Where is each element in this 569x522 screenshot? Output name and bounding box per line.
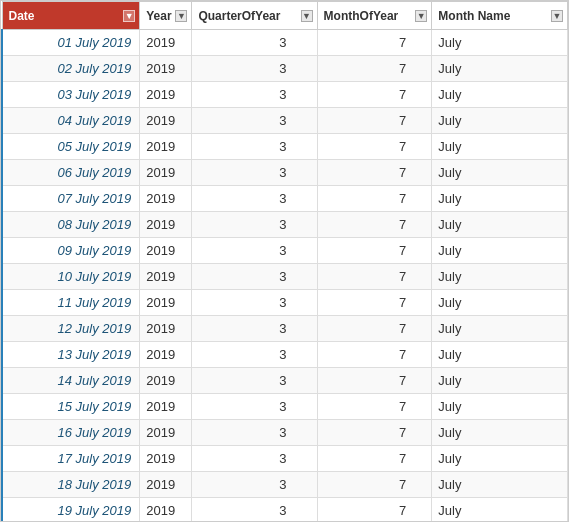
year-cell: 2019 bbox=[140, 498, 192, 523]
table-row: 09 July 2019201937July bbox=[2, 238, 568, 264]
month-name-cell: July bbox=[432, 238, 568, 264]
filter-arrow-monthName[interactable]: ▼ bbox=[551, 10, 563, 22]
date-cell: 08 July 2019 bbox=[2, 212, 140, 238]
month-of-year-cell: 7 bbox=[317, 498, 432, 523]
table-row: 17 July 2019201937July bbox=[2, 446, 568, 472]
filter-arrow-year[interactable]: ▼ bbox=[175, 10, 187, 22]
table-row: 03 July 2019201937July bbox=[2, 82, 568, 108]
month-of-year-cell: 7 bbox=[317, 472, 432, 498]
year-cell: 2019 bbox=[140, 342, 192, 368]
year-cell: 2019 bbox=[140, 108, 192, 134]
date-cell: 02 July 2019 bbox=[2, 56, 140, 82]
year-cell: 2019 bbox=[140, 420, 192, 446]
column-header-monthOfYear: MonthOfYear▼ bbox=[317, 2, 432, 30]
table-row: 15 July 2019201937July bbox=[2, 394, 568, 420]
date-cell: 17 July 2019 bbox=[2, 446, 140, 472]
year-cell: 2019 bbox=[140, 212, 192, 238]
month-of-year-cell: 7 bbox=[317, 108, 432, 134]
month-name-cell: July bbox=[432, 264, 568, 290]
table-row: 01 July 2019201937July bbox=[2, 30, 568, 56]
quarter-cell: 3 bbox=[192, 186, 317, 212]
table-row: 10 July 2019201937July bbox=[2, 264, 568, 290]
table-row: 19 July 2019201937July bbox=[2, 498, 568, 523]
column-header-monthName: Month Name▼ bbox=[432, 2, 568, 30]
month-of-year-cell: 7 bbox=[317, 186, 432, 212]
table-row: 08 July 2019201937July bbox=[2, 212, 568, 238]
data-table: Date▼Year▼QuarterOfYear▼MonthOfYear▼Mont… bbox=[0, 0, 569, 522]
month-of-year-cell: 7 bbox=[317, 238, 432, 264]
month-name-cell: July bbox=[432, 420, 568, 446]
month-name-cell: July bbox=[432, 108, 568, 134]
date-cell: 06 July 2019 bbox=[2, 160, 140, 186]
quarter-cell: 3 bbox=[192, 212, 317, 238]
month-name-cell: July bbox=[432, 316, 568, 342]
date-cell: 05 July 2019 bbox=[2, 134, 140, 160]
date-cell: 07 July 2019 bbox=[2, 186, 140, 212]
date-cell: 09 July 2019 bbox=[2, 238, 140, 264]
date-cell: 01 July 2019 bbox=[2, 30, 140, 56]
month-of-year-cell: 7 bbox=[317, 316, 432, 342]
date-cell: 04 July 2019 bbox=[2, 108, 140, 134]
quarter-cell: 3 bbox=[192, 446, 317, 472]
month-name-cell: July bbox=[432, 186, 568, 212]
year-cell: 2019 bbox=[140, 290, 192, 316]
quarter-cell: 3 bbox=[192, 134, 317, 160]
month-of-year-cell: 7 bbox=[317, 264, 432, 290]
month-of-year-cell: 7 bbox=[317, 56, 432, 82]
month-name-cell: July bbox=[432, 394, 568, 420]
month-name-cell: July bbox=[432, 30, 568, 56]
table-row: 13 July 2019201937July bbox=[2, 342, 568, 368]
month-of-year-cell: 7 bbox=[317, 212, 432, 238]
month-of-year-cell: 7 bbox=[317, 394, 432, 420]
date-cell: 16 July 2019 bbox=[2, 420, 140, 446]
year-cell: 2019 bbox=[140, 82, 192, 108]
year-cell: 2019 bbox=[140, 316, 192, 342]
month-of-year-cell: 7 bbox=[317, 420, 432, 446]
month-name-cell: July bbox=[432, 82, 568, 108]
month-of-year-cell: 7 bbox=[317, 446, 432, 472]
table-row: 18 July 2019201937July bbox=[2, 472, 568, 498]
quarter-cell: 3 bbox=[192, 472, 317, 498]
quarter-cell: 3 bbox=[192, 498, 317, 523]
month-name-cell: July bbox=[432, 498, 568, 523]
quarter-cell: 3 bbox=[192, 108, 317, 134]
table-row: 02 July 2019201937July bbox=[2, 56, 568, 82]
column-header-year: Year▼ bbox=[140, 2, 192, 30]
column-label-monthName: Month Name bbox=[438, 9, 510, 23]
date-cell: 12 July 2019 bbox=[2, 316, 140, 342]
date-cell: 19 July 2019 bbox=[2, 498, 140, 523]
date-cell: 11 July 2019 bbox=[2, 290, 140, 316]
month-name-cell: July bbox=[432, 290, 568, 316]
month-of-year-cell: 7 bbox=[317, 342, 432, 368]
column-label-year: Year bbox=[146, 9, 171, 23]
table-row: 16 July 2019201937July bbox=[2, 420, 568, 446]
month-name-cell: July bbox=[432, 342, 568, 368]
year-cell: 2019 bbox=[140, 160, 192, 186]
year-cell: 2019 bbox=[140, 446, 192, 472]
date-cell: 18 July 2019 bbox=[2, 472, 140, 498]
quarter-cell: 3 bbox=[192, 30, 317, 56]
column-label-date: Date bbox=[9, 9, 35, 23]
filter-arrow-date[interactable]: ▼ bbox=[123, 10, 135, 22]
year-cell: 2019 bbox=[140, 238, 192, 264]
quarter-cell: 3 bbox=[192, 264, 317, 290]
month-of-year-cell: 7 bbox=[317, 290, 432, 316]
table-row: 05 July 2019201937July bbox=[2, 134, 568, 160]
quarter-cell: 3 bbox=[192, 82, 317, 108]
quarter-cell: 3 bbox=[192, 160, 317, 186]
year-cell: 2019 bbox=[140, 472, 192, 498]
year-cell: 2019 bbox=[140, 264, 192, 290]
month-name-cell: July bbox=[432, 134, 568, 160]
year-cell: 2019 bbox=[140, 134, 192, 160]
month-of-year-cell: 7 bbox=[317, 30, 432, 56]
column-label-monthOfYear: MonthOfYear bbox=[324, 9, 399, 23]
quarter-cell: 3 bbox=[192, 56, 317, 82]
year-cell: 2019 bbox=[140, 186, 192, 212]
column-header-date: Date▼ bbox=[2, 2, 140, 30]
filter-arrow-quarterOfYear[interactable]: ▼ bbox=[301, 10, 313, 22]
filter-arrow-monthOfYear[interactable]: ▼ bbox=[415, 10, 427, 22]
year-cell: 2019 bbox=[140, 56, 192, 82]
quarter-cell: 3 bbox=[192, 342, 317, 368]
month-name-cell: July bbox=[432, 212, 568, 238]
column-label-quarterOfYear: QuarterOfYear bbox=[198, 9, 280, 23]
